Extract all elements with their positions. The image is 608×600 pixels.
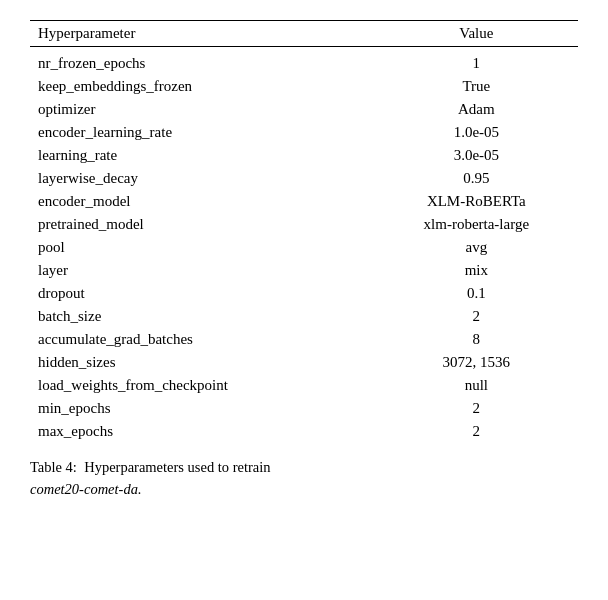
cell-param: pool: [30, 236, 375, 259]
cell-param: layerwise_decay: [30, 167, 375, 190]
table-row: poolavg: [30, 236, 578, 259]
cell-param: dropout: [30, 282, 375, 305]
cell-value: 1: [375, 47, 578, 76]
table-row: min_epochs2: [30, 397, 578, 420]
cell-value: 2: [375, 397, 578, 420]
table-row: keep_embeddings_frozenTrue: [30, 75, 578, 98]
table-row: pretrained_modelxlm-roberta-large: [30, 213, 578, 236]
cell-value: 0.1: [375, 282, 578, 305]
cell-param: keep_embeddings_frozen: [30, 75, 375, 98]
cell-param: max_epochs: [30, 420, 375, 443]
table-header-row: Hyperparameter Value: [30, 21, 578, 47]
table-caption: Table 4: Hyperparameters used to retrain…: [30, 457, 578, 501]
cell-param: encoder_learning_rate: [30, 121, 375, 144]
cell-value: 3.0e-05: [375, 144, 578, 167]
table-row: optimizerAdam: [30, 98, 578, 121]
cell-value: 8: [375, 328, 578, 351]
table-row: layerwise_decay0.95: [30, 167, 578, 190]
cell-value: 2: [375, 305, 578, 328]
table-row: learning_rate3.0e-05: [30, 144, 578, 167]
table-row: layermix: [30, 259, 578, 282]
column-header-value: Value: [375, 21, 578, 47]
cell-param: encoder_model: [30, 190, 375, 213]
cell-param: load_weights_from_checkpoint: [30, 374, 375, 397]
hyperparameter-table-container: Hyperparameter Value nr_frozen_epochs1ke…: [30, 20, 578, 501]
cell-value: mix: [375, 259, 578, 282]
cell-param: learning_rate: [30, 144, 375, 167]
table-row: batch_size2: [30, 305, 578, 328]
table-row: encoder_learning_rate1.0e-05: [30, 121, 578, 144]
cell-param: nr_frozen_epochs: [30, 47, 375, 76]
table-row: accumulate_grad_batches8: [30, 328, 578, 351]
caption-continuation: comet20-comet-da.: [30, 481, 142, 497]
cell-value: 0.95: [375, 167, 578, 190]
cell-param: min_epochs: [30, 397, 375, 420]
cell-value: 2: [375, 420, 578, 443]
table-row: max_epochs2: [30, 420, 578, 443]
cell-value: null: [375, 374, 578, 397]
caption-table-number: Table 4:: [30, 459, 77, 475]
column-header-param: Hyperparameter: [30, 21, 375, 47]
cell-value: XLM-RoBERTa: [375, 190, 578, 213]
cell-value: True: [375, 75, 578, 98]
hyperparameter-table: Hyperparameter Value nr_frozen_epochs1ke…: [30, 20, 578, 443]
table-row: dropout0.1: [30, 282, 578, 305]
cell-value: Adam: [375, 98, 578, 121]
table-body: nr_frozen_epochs1keep_embeddings_frozenT…: [30, 47, 578, 444]
table-row: encoder_modelXLM-RoBERTa: [30, 190, 578, 213]
cell-value: avg: [375, 236, 578, 259]
caption-text: Hyperparameters used to retrain: [84, 459, 270, 475]
cell-value: xlm-roberta-large: [375, 213, 578, 236]
cell-param: accumulate_grad_batches: [30, 328, 375, 351]
cell-value: 1.0e-05: [375, 121, 578, 144]
cell-param: layer: [30, 259, 375, 282]
cell-value: 3072, 1536: [375, 351, 578, 374]
cell-param: batch_size: [30, 305, 375, 328]
table-row: load_weights_from_checkpointnull: [30, 374, 578, 397]
table-row: nr_frozen_epochs1: [30, 47, 578, 76]
cell-param: hidden_sizes: [30, 351, 375, 374]
cell-param: optimizer: [30, 98, 375, 121]
cell-param: pretrained_model: [30, 213, 375, 236]
table-row: hidden_sizes3072, 1536: [30, 351, 578, 374]
